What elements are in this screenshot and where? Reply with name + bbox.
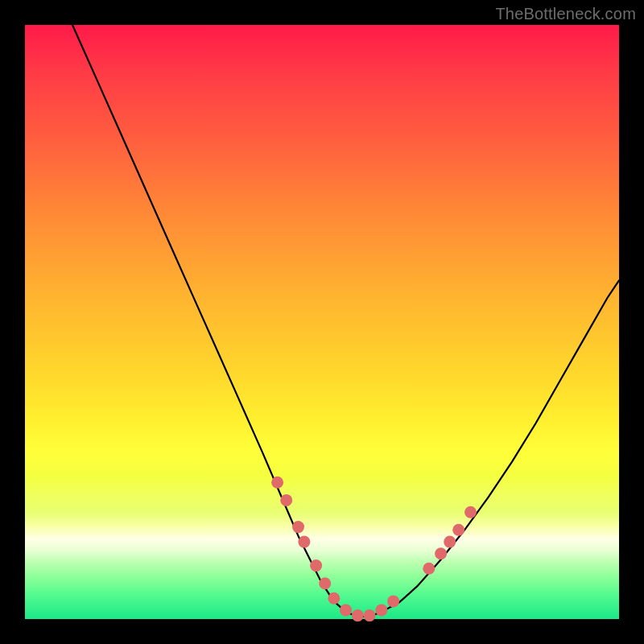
data-point	[375, 604, 387, 616]
data-point	[271, 477, 283, 489]
chart-stage: TheBottleneck.com	[0, 0, 644, 644]
data-point	[292, 521, 304, 533]
data-point	[464, 506, 477, 518]
chart-overlay	[25, 25, 619, 619]
data-point	[340, 604, 352, 616]
data-point	[452, 524, 464, 536]
data-point	[298, 536, 310, 548]
data-point	[310, 559, 322, 572]
data-point	[280, 494, 292, 506]
data-points	[271, 477, 477, 621]
data-point	[435, 547, 447, 559]
bottleneck-curve	[72, 25, 619, 617]
data-point	[423, 563, 435, 575]
data-point	[444, 536, 456, 548]
plot-area	[25, 25, 619, 619]
data-point	[352, 609, 364, 621]
data-point	[364, 609, 376, 621]
watermark-text: TheBottleneck.com	[495, 5, 636, 23]
data-point	[328, 592, 340, 605]
data-point	[319, 577, 331, 589]
data-point	[387, 595, 399, 607]
